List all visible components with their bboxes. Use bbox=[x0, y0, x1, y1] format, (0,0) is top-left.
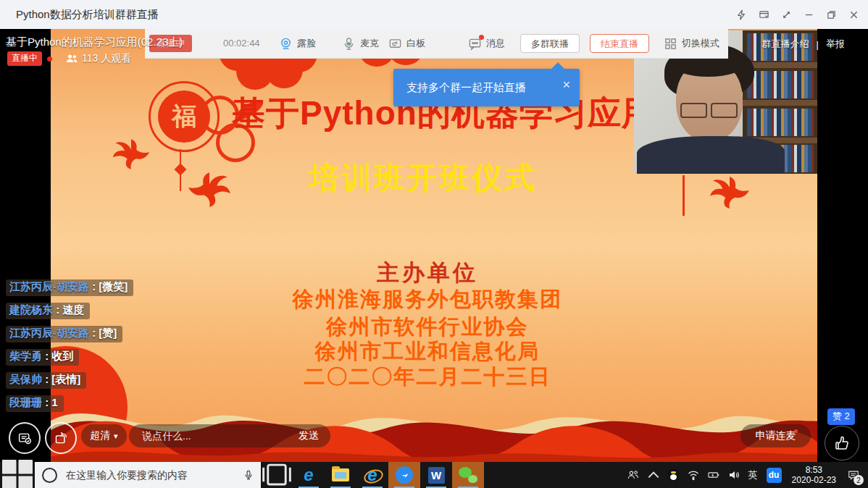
whiteboard-button[interactable]: 白板 bbox=[388, 29, 425, 58]
message-notification-dot bbox=[479, 35, 484, 40]
live-badge-small: 直播中 bbox=[7, 51, 42, 66]
whiteboard-label: 白板 bbox=[406, 37, 425, 50]
word-icon: W bbox=[428, 467, 445, 484]
papercut-bird bbox=[112, 138, 151, 171]
slide-organizer-heading: 主办单位 bbox=[232, 258, 623, 288]
window-title: Python数据分析培训群群直播 bbox=[16, 8, 159, 22]
restore-icon[interactable] bbox=[822, 5, 841, 25]
quality-selector[interactable]: 超清 ▾ bbox=[81, 424, 127, 447]
tray-battery[interactable] bbox=[704, 462, 724, 488]
multi-group-broadcast-button[interactable]: 多群联播 bbox=[520, 34, 580, 53]
clock-time: 8:53 bbox=[806, 465, 822, 475]
taskbar-app-wechat[interactable] bbox=[452, 462, 484, 488]
quality-label: 超清 bbox=[90, 429, 110, 442]
chat-message: 柴学勇 : 收到 bbox=[6, 349, 79, 366]
close-icon[interactable] bbox=[844, 5, 864, 25]
taskbar-app-edge[interactable]: e bbox=[293, 462, 325, 488]
viewer-status-row: 直播中 113 人观看 bbox=[7, 51, 131, 66]
fu-glyph: 福 bbox=[172, 100, 196, 133]
speaker-icon bbox=[728, 469, 740, 481]
grid-icon bbox=[664, 37, 677, 51]
tray-baidu-ime[interactable]: du bbox=[762, 462, 786, 488]
screen: Python数据分析培训群群直播 bbox=[0, 0, 868, 488]
chevron-up-icon bbox=[648, 469, 659, 481]
qq-icon bbox=[668, 468, 679, 481]
chat-text: [表情] bbox=[51, 373, 80, 385]
chat-message: 吴保帅 : [表情] bbox=[6, 372, 86, 389]
chat-message-input[interactable] bbox=[141, 429, 299, 442]
chat-record-button[interactable] bbox=[9, 422, 41, 454]
people-icon bbox=[627, 469, 639, 481]
task-view-button[interactable] bbox=[261, 462, 293, 488]
like-button[interactable] bbox=[825, 426, 859, 460]
tray-ime[interactable]: 英 bbox=[744, 462, 762, 488]
task-view-icon bbox=[261, 460, 293, 488]
taskbar-search-input[interactable] bbox=[64, 468, 236, 481]
chat-overlay: 江苏丙辰-胡安路 : [微笑] 建院杨东 : 速度 江苏丙辰-胡安路 : [赞]… bbox=[6, 279, 133, 418]
minimize-icon[interactable] bbox=[799, 5, 819, 25]
face-camera-button[interactable]: 露脸 bbox=[279, 29, 316, 58]
taskbar-app-explorer[interactable] bbox=[325, 462, 356, 488]
microphone-button[interactable]: 麦克 bbox=[342, 29, 379, 58]
tray-chevron-up[interactable] bbox=[643, 462, 664, 488]
switch-mode-label: 切换模式 bbox=[682, 37, 719, 50]
chat-text: [赞] bbox=[99, 327, 117, 339]
mini-window-icon[interactable] bbox=[754, 5, 774, 25]
messages-button[interactable]: 消息 bbox=[468, 29, 505, 58]
microphone-label: 麦克 bbox=[360, 37, 379, 50]
send-button[interactable]: 发送 bbox=[299, 429, 319, 442]
system-tray: 英 du 8:53 2020-02-23 2 bbox=[623, 462, 868, 488]
tray-people-button[interactable] bbox=[623, 462, 643, 488]
chat-author: 江苏丙辰-胡安路 bbox=[9, 327, 89, 339]
clock-date: 2020-02-23 bbox=[792, 475, 836, 485]
du-icon: du bbox=[767, 468, 782, 483]
message-icon bbox=[468, 37, 482, 51]
tooltip-text: 支持多个群一起开始直播 bbox=[406, 81, 526, 95]
report-link[interactable]: 举报 bbox=[826, 38, 845, 51]
like-count-badge: 赞 2 bbox=[827, 408, 855, 425]
viewer-count: 113 人观看 bbox=[66, 52, 131, 65]
rotate-icon bbox=[54, 431, 69, 446]
request-mic-button[interactable]: 申请连麦 bbox=[740, 424, 811, 447]
taskbar-app-ie[interactable]: e bbox=[356, 462, 388, 488]
chat-author: 建院杨东 bbox=[9, 303, 53, 316]
slide-organizer-line: 徐州淮海服务外包职教集团 bbox=[145, 285, 710, 314]
presenter-body bbox=[637, 136, 785, 174]
group-live-intro-link[interactable]: 群直播介绍 bbox=[762, 38, 809, 51]
taskbar-clock[interactable]: 8:53 2020-02-23 bbox=[786, 462, 842, 488]
rotate-screen-button[interactable] bbox=[45, 422, 77, 454]
boost-icon[interactable] bbox=[732, 5, 751, 25]
microphone-icon bbox=[342, 37, 356, 51]
chat-message: 江苏丙辰-胡安路 : [赞] bbox=[6, 326, 122, 342]
taskbar-app-dingtalk[interactable] bbox=[388, 462, 420, 488]
taskbar-search[interactable] bbox=[35, 462, 261, 488]
tray-volume[interactable] bbox=[724, 462, 744, 488]
chevron-down-icon: ▾ bbox=[114, 432, 118, 441]
header-links: 群直播介绍 | 举报 bbox=[762, 38, 845, 51]
end-live-button[interactable]: 结束直播 bbox=[590, 34, 649, 53]
chat-input-pill: 发送 bbox=[129, 424, 330, 447]
wifi-icon bbox=[688, 469, 699, 481]
action-center-button[interactable]: 2 bbox=[842, 462, 868, 488]
request-mic-label: 申请连麦 bbox=[756, 429, 796, 442]
papercut-bird bbox=[187, 171, 232, 209]
webcam-icon bbox=[279, 37, 293, 51]
stream-title: 基于Python的机器学习应用(02.23上) bbox=[6, 35, 183, 49]
chat-author: 段珊珊 bbox=[9, 396, 42, 408]
slide-organizer-line: 徐州市工业和信息化局 bbox=[145, 337, 710, 366]
chat-author: 柴学勇 bbox=[9, 350, 42, 362]
tray-network[interactable] bbox=[683, 462, 704, 488]
thumbs-up-icon bbox=[833, 434, 851, 452]
switch-mode-button[interactable]: 切换模式 bbox=[664, 29, 719, 58]
whiteboard-icon bbox=[388, 37, 402, 51]
start-button[interactable] bbox=[0, 462, 35, 488]
live-stage: 福 基于Python的机器学习应用 培训班开班仪式 主办单位 徐州淮海服务外包职… bbox=[0, 29, 868, 462]
live-timer: 00:02:44 bbox=[223, 38, 260, 49]
battery-icon bbox=[708, 469, 719, 481]
taskbar-app-word[interactable]: W bbox=[420, 462, 452, 488]
fullscreen-icon[interactable] bbox=[777, 5, 796, 25]
tooltip-close-icon[interactable]: × bbox=[562, 78, 570, 91]
tray-qq[interactable] bbox=[664, 462, 683, 488]
search-mic-icon[interactable] bbox=[243, 470, 254, 480]
viewers-icon bbox=[66, 54, 78, 64]
